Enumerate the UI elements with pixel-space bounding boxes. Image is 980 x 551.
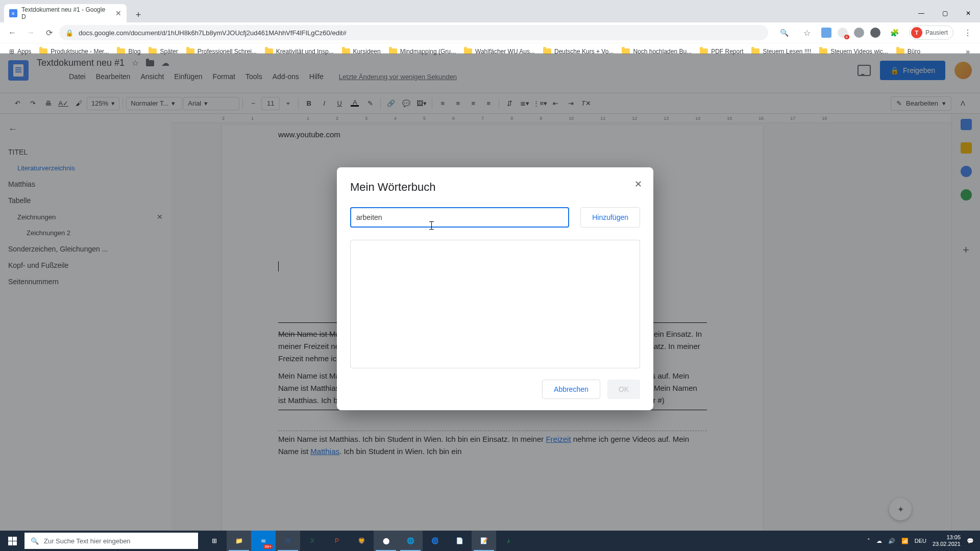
close-dialog-button[interactable]: ✕ <box>634 179 642 190</box>
extension-icon[interactable] <box>870 28 880 38</box>
taskbar-clock[interactable]: 13:05 23.02.2021 <box>933 534 961 547</box>
taskbar-search[interactable]: 🔍 Zur Suche Text hier eingeben <box>24 533 198 549</box>
profile-status: Pausiert <box>925 29 948 36</box>
cancel-button[interactable]: Abbrechen <box>542 380 600 399</box>
word-app-icon[interactable]: W <box>276 531 300 551</box>
task-view-icon[interactable]: ⊞ <box>202 531 227 551</box>
reload-button[interactable]: ⟳ <box>41 24 57 41</box>
spotify-app-icon[interactable]: ♪ <box>496 531 521 551</box>
back-button[interactable]: ← <box>4 24 20 41</box>
reader-app-icon[interactable]: 📄 <box>447 531 472 551</box>
mail-app-icon[interactable]: ✉99+ <box>251 531 276 551</box>
dictionary-dialog: Mein Wörterbuch ✕ Hinzufügen Abbrechen O… <box>337 167 653 410</box>
text-cursor-icon <box>428 221 435 230</box>
brave-app-icon[interactable]: 🦁 <box>349 531 374 551</box>
avatar-icon: T <box>911 27 922 38</box>
address-bar[interactable]: 🔒 docs.google.com/document/d/1hUH8k6h7Lb… <box>59 25 768 40</box>
url-text: docs.google.com/document/d/1hUH8k6h7Lb8y… <box>79 29 347 37</box>
chrome-menu-icon[interactable]: ⋮ <box>960 24 976 41</box>
file-explorer-icon[interactable]: 📁 <box>227 531 251 551</box>
dialog-title: Mein Wörterbuch <box>350 181 640 194</box>
extension-icon[interactable]: 6 <box>838 28 848 38</box>
docs-favicon: ≡ <box>9 9 17 17</box>
bookmark-star-icon[interactable]: ☆ <box>799 24 815 41</box>
tab-strip: ≡ Textdokument neu #1 - Google D ✕ + — ▢… <box>0 0 980 22</box>
notifications-icon[interactable]: 💬 <box>967 538 974 544</box>
close-window-button[interactable]: ✕ <box>957 4 980 22</box>
chrome-app-icon[interactable]: 🌐 <box>398 531 423 551</box>
extension-icon[interactable] <box>821 28 831 38</box>
search-icon: 🔍 <box>31 537 39 545</box>
wifi-icon[interactable]: 📶 <box>901 538 909 544</box>
notepad-app-icon[interactable]: 📝 <box>472 531 496 551</box>
lock-icon: 🔒 <box>65 29 74 37</box>
windows-taskbar: 🔍 Zur Suche Text hier eingeben ⊞ 📁 ✉99+ … <box>0 531 980 551</box>
browser-tab[interactable]: ≡ Textdokument neu #1 - Google D ✕ <box>4 4 127 22</box>
ok-button[interactable]: OK <box>607 380 640 399</box>
system-tray: ˄ ☁ 🔊 📶 DEU 13:05 23.02.2021 💬 <box>861 534 980 547</box>
extensions-row: 🔍 ☆ 6 🧩 T Pausiert ⋮ <box>776 24 976 41</box>
excel-app-icon[interactable]: X <box>300 531 325 551</box>
close-tab-icon[interactable]: ✕ <box>115 9 121 17</box>
volume-icon[interactable]: 🔊 <box>888 538 895 544</box>
language-indicator[interactable]: DEU <box>915 538 926 544</box>
powerpoint-app-icon[interactable]: P <box>325 531 349 551</box>
obs-app-icon[interactable]: ⬤ <box>374 531 398 551</box>
maximize-button[interactable]: ▢ <box>933 4 957 22</box>
taskbar-apps: ⊞ 📁 ✉99+ W X P 🦁 ⬤ 🌐 🌀 📄 📝 ♪ <box>202 531 521 551</box>
address-row: ← → ⟳ 🔒 docs.google.com/document/d/1hUH8… <box>0 22 980 43</box>
browser-chrome: ≡ Textdokument neu #1 - Google D ✕ + — ▢… <box>0 0 980 54</box>
edge-app-icon[interactable]: 🌀 <box>423 531 447 551</box>
dictionary-word-input[interactable] <box>350 207 569 228</box>
tray-expand-icon[interactable]: ˄ <box>867 538 870 544</box>
profile-button[interactable]: T Pausiert <box>909 26 953 40</box>
minimize-button[interactable]: — <box>910 4 933 22</box>
new-tab-button[interactable]: + <box>131 7 146 22</box>
zoom-icon[interactable]: 🔍 <box>776 24 793 41</box>
add-word-button[interactable]: Hinzufügen <box>580 207 640 228</box>
tab-title: Textdokument neu #1 - Google D <box>21 6 111 20</box>
start-button[interactable] <box>0 531 24 551</box>
onedrive-icon[interactable]: ☁ <box>876 538 882 544</box>
window-controls: — ▢ ✕ <box>910 4 980 22</box>
extensions-puzzle-icon[interactable]: 🧩 <box>887 24 903 41</box>
extension-icon[interactable] <box>854 28 864 38</box>
forward-button[interactable]: → <box>22 24 39 41</box>
dictionary-list[interactable] <box>350 240 640 368</box>
